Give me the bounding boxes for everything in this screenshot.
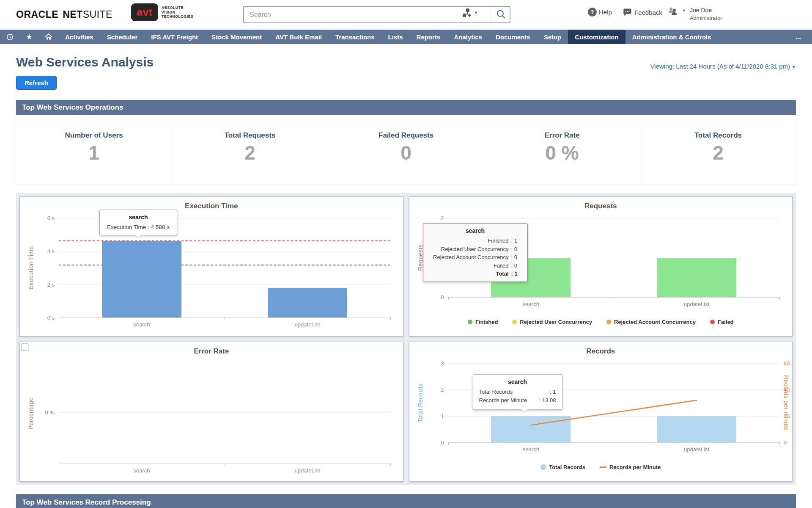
error-rate-chart: Error Rate Percentage 0 % search updateL… bbox=[19, 342, 403, 481]
feedback-label: Feedback bbox=[634, 9, 662, 16]
execution-time-chart: Execution Time Execution Time 6 s 4 s 2 … bbox=[19, 196, 403, 336]
legend-finished[interactable]: Finished bbox=[468, 319, 498, 325]
chart-title: Requests bbox=[409, 202, 793, 210]
y-axis-label: Execution Time bbox=[27, 218, 35, 318]
refresh-button[interactable]: Refresh bbox=[16, 76, 57, 90]
nav-item-analytics[interactable]: Analytics bbox=[447, 30, 489, 44]
legend-rejected-account-concurrency[interactable]: Rejected Account Concurrency bbox=[606, 319, 696, 325]
x-label-updatelist: updateList bbox=[268, 321, 347, 328]
recent-records-icon[interactable] bbox=[0, 30, 19, 44]
nav-item-reports[interactable]: Reports bbox=[410, 30, 447, 44]
nav-item-administration-controls[interactable]: Administration & Controls bbox=[625, 30, 718, 44]
home-icon[interactable] bbox=[39, 30, 58, 44]
plot-area: 0 % search updateList bbox=[59, 363, 390, 464]
avt-logo-badge: avt bbox=[131, 3, 158, 21]
stat-error-rate: Error Rate 0 % bbox=[484, 115, 640, 184]
stat-failed-requests: Failed Requests 0 bbox=[328, 115, 484, 184]
netsuite-wordmark-suite: SUITE bbox=[83, 9, 112, 20]
stat-value: 1 bbox=[16, 141, 172, 164]
netsuite-app: ORACLENETSUITE avt ABSOLUTE VISION TECHN… bbox=[0, 0, 812, 508]
viewing-range-selector[interactable]: Viewing: Last 24 Hours (As of 4/11/2020 … bbox=[650, 63, 796, 70]
user-info: Joe Doe Administrator bbox=[690, 6, 722, 22]
execution-time-tooltip: search Execution Time : 4.588 s bbox=[99, 210, 177, 235]
stats-row: Number of Users 1 Total Requests 2 Faile… bbox=[16, 115, 796, 184]
legend-total-records[interactable]: Total Records bbox=[540, 464, 585, 470]
requests-tooltip: search Finished: 1 Rejected User Concurr… bbox=[423, 223, 528, 282]
stat-value: 2 bbox=[640, 141, 796, 164]
user-role-menu[interactable]: ▼ Joe Doe Administrator bbox=[667, 6, 722, 22]
user-role: Administrator bbox=[690, 14, 722, 22]
requests-legend: Finished Rejected User Concurrency Rejec… bbox=[409, 319, 793, 325]
search-icon[interactable] bbox=[495, 9, 507, 21]
x-label-search: search bbox=[102, 467, 181, 474]
y-axis-label-left: Total Records bbox=[416, 363, 425, 442]
stat-total-requests: Total Requests 2 bbox=[172, 115, 328, 184]
legend-rejected-user-concurrency[interactable]: Rejected User Concurrency bbox=[512, 319, 592, 325]
stat-value: 0 bbox=[328, 141, 484, 164]
y-axis-label-right: Records per minute bbox=[782, 363, 790, 442]
oracle-netsuite-logo: ORACLENETSUITE bbox=[16, 9, 112, 20]
stat-value: 2 bbox=[172, 141, 328, 164]
requests-chart: Requests Requests 2 1 0 search updateLis… bbox=[409, 196, 793, 336]
netsuite-wordmark-net: NET bbox=[63, 9, 83, 20]
nav-item-transactions[interactable]: Transactions bbox=[329, 30, 381, 44]
nav-item-scheduler[interactable]: Scheduler bbox=[100, 30, 145, 44]
stat-total-records: Total Records 2 bbox=[640, 115, 796, 184]
charts-grid: Execution Time Execution Time 6 s 4 s 2 … bbox=[16, 193, 796, 485]
caret-down-icon: ▼ bbox=[474, 11, 478, 15]
help-button[interactable]: ? Help bbox=[588, 8, 612, 17]
nav-item-documents[interactable]: Documents bbox=[489, 30, 537, 44]
caret-down-icon: ▼ bbox=[792, 65, 796, 69]
main-nav: ★ Activities Scheduler IFS AVT Freight S… bbox=[0, 30, 812, 44]
nav-item-activities[interactable]: Activities bbox=[58, 30, 100, 44]
oracle-wordmark: ORACLE bbox=[16, 9, 58, 20]
legend-failed[interactable]: Failed bbox=[710, 319, 734, 325]
records-chart: Records Total Records Records per minute… bbox=[409, 342, 793, 481]
section-header-record-processing: Top Web Services Record Processing bbox=[16, 494, 796, 508]
chart-title: Error Rate bbox=[20, 347, 403, 356]
nav-item-setup[interactable]: Setup bbox=[537, 30, 568, 44]
x-label-search: search bbox=[491, 446, 571, 453]
stat-value: 0 % bbox=[484, 141, 640, 164]
nav-item-customization[interactable]: Customization bbox=[568, 30, 625, 44]
create-new-icon[interactable]: ▼ bbox=[462, 8, 478, 18]
bar-updatelist[interactable] bbox=[268, 288, 347, 318]
feedback-icon bbox=[623, 8, 632, 17]
nav-item-lists[interactable]: Lists bbox=[381, 30, 410, 44]
x-label-updatelist: updateList bbox=[657, 301, 736, 307]
header-divider bbox=[491, 5, 491, 24]
viewing-label: Viewing: Last 24 Hours (As of 4/11/2020 … bbox=[650, 63, 790, 70]
nav-overflow-ellipsis[interactable]: ... bbox=[785, 30, 812, 44]
nav-item-ifs-avt-freight[interactable]: IFS AVT Freight bbox=[144, 30, 205, 44]
x-label-search: search bbox=[102, 321, 181, 328]
user-name: Joe Doe bbox=[690, 6, 722, 14]
caret-down-icon: ▼ bbox=[682, 8, 686, 22]
help-label: Help bbox=[599, 8, 612, 16]
help-icon: ? bbox=[588, 8, 597, 17]
chart-title: Records bbox=[409, 347, 793, 356]
top-header: ORACLENETSUITE avt ABSOLUTE VISION TECHN… bbox=[0, 0, 812, 30]
nav-item-avt-bulk-email[interactable]: AVT Bulk Email bbox=[269, 30, 329, 44]
section-header-operations: Top Web Services Operations bbox=[16, 100, 796, 115]
bar-search[interactable] bbox=[102, 241, 181, 318]
records-legend: Total Records Records per Minute bbox=[409, 464, 793, 470]
avt-company-name: ABSOLUTE VISION TECHNOLOGIES bbox=[162, 6, 193, 19]
bar-updatelist[interactable] bbox=[657, 258, 736, 298]
page-content: Viewing: Last 24 Hours (As of 4/11/2020 … bbox=[0, 55, 812, 508]
stat-number-of-users: Number of Users 1 bbox=[16, 115, 172, 184]
records-tooltip: search Total Records: 1 Records per Minu… bbox=[473, 374, 562, 410]
shortcuts-star-icon[interactable]: ★ bbox=[19, 30, 39, 44]
x-label-search: search bbox=[491, 301, 571, 307]
chart-title: Execution Time bbox=[20, 202, 403, 210]
roles-icon bbox=[667, 6, 678, 17]
x-label-updatelist: updateList bbox=[657, 446, 736, 453]
avt-company-logo: avt ABSOLUTE VISION TECHNOLOGIES bbox=[131, 3, 193, 21]
nav-item-stock-movement[interactable]: Stock Movement bbox=[205, 30, 269, 44]
y-axis-label: Percentage bbox=[27, 363, 35, 464]
x-label-updatelist: updateList bbox=[268, 467, 347, 474]
legend-records-per-minute[interactable]: Records per Minute bbox=[600, 464, 661, 470]
feedback-button[interactable]: Feedback bbox=[623, 8, 662, 17]
